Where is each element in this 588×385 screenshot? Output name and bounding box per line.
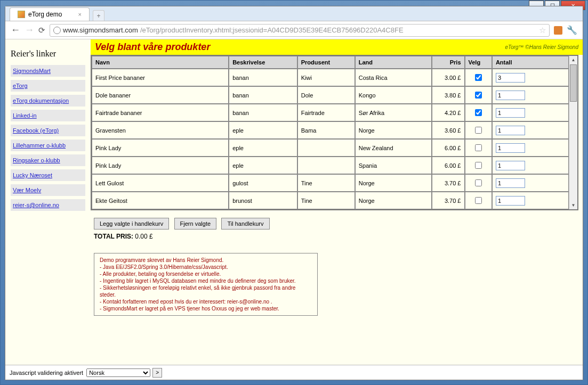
- sidebar-link[interactable]: Ringsaker o-klubb: [11, 154, 85, 166]
- table-wrap: Navn Beskrivelse Produsent Land Pris Vel…: [91, 55, 578, 210]
- info-line: - Java EE/JSF2.0/Spring 3.0/Hibernate/cs…: [100, 264, 312, 271]
- table-row: Fairtrade bananerbananFairtradeSør Afrik…: [92, 104, 569, 121]
- back-button[interactable]: ←: [11, 24, 20, 36]
- go-to-cart-button[interactable]: Til handlekurv: [221, 218, 269, 230]
- sidebar-link[interactable]: eTorg dokumentasjon: [11, 95, 85, 107]
- sidebar-title: Reier's linker: [11, 49, 85, 59]
- sidebar-link[interactable]: reier-s@online.no: [11, 199, 85, 211]
- quantity-input[interactable]: [496, 91, 525, 100]
- quantity-input[interactable]: [496, 143, 525, 153]
- sidebar-link[interactable]: Linked-in: [11, 110, 85, 121]
- settings-icon[interactable]: 🔧: [567, 25, 577, 35]
- globe-icon: [53, 27, 61, 34]
- remove-selected-button[interactable]: Fjern valgte: [174, 218, 216, 230]
- col-land[interactable]: Land: [355, 56, 432, 69]
- cell-prod: Kiwi: [297, 69, 355, 86]
- info-line: - SigmondsMart er lagret på en VPS tjene…: [100, 305, 312, 312]
- extension-icon[interactable]: [554, 26, 562, 35]
- info-box: Demo programvare skrevet av Hans Reier S…: [94, 253, 318, 316]
- select-checkbox[interactable]: [475, 127, 482, 134]
- col-prod[interactable]: Produsent: [297, 56, 355, 69]
- quantity-input[interactable]: [496, 73, 525, 83]
- select-checkbox[interactable]: [475, 179, 482, 186]
- cell-name: Ekte Geitost: [92, 192, 229, 209]
- language-select[interactable]: Norsk: [86, 368, 150, 377]
- add-to-cart-button[interactable]: Legg valgte i handlekurv: [94, 218, 169, 230]
- table-scrollbar[interactable]: ▲ ▼: [569, 56, 577, 209]
- cell-price: 6.00 £: [432, 157, 465, 174]
- quantity-input[interactable]: [496, 108, 525, 118]
- cell-desc: brunost: [229, 192, 297, 209]
- forward-button: →: [25, 24, 34, 36]
- cell-prod: Tine: [297, 192, 355, 209]
- browser-toolbar: ← → ⟳ www.sigmondsmart.com/eTorg/product…: [5, 21, 583, 39]
- quantity-input[interactable]: [496, 161, 525, 170]
- sidebar-link[interactable]: Lucky Næroset: [11, 169, 85, 181]
- table-row: First Price bananerbananKiwiCosta Rica3.…: [92, 69, 569, 86]
- info-line: - Ingenting blir lagret i MySQL database…: [100, 277, 312, 284]
- cell-name: Dole bananer: [92, 86, 229, 104]
- url-input[interactable]: www.sigmondsmart.com/eTorg/productInvent…: [50, 24, 550, 37]
- select-checkbox[interactable]: [475, 109, 482, 116]
- select-checkbox[interactable]: [475, 197, 482, 204]
- cell-price: 6.00 £: [432, 139, 465, 157]
- browser-tab[interactable]: eTorg demo ×: [10, 7, 90, 21]
- total-row: TOTAL PRIS: 0.00 £: [94, 233, 579, 240]
- new-tab-button[interactable]: +: [93, 10, 104, 21]
- cell-price: 3.00 £: [432, 69, 465, 86]
- page-content: Reier's linker SigmondsMarteTorgeTorg do…: [5, 39, 583, 380]
- select-checkbox[interactable]: [475, 162, 482, 169]
- table-row: Lett GulostgulostTineNorge3.70 £: [92, 174, 569, 192]
- cell-prod: Bama: [297, 121, 355, 139]
- cell-price: 4.20 £: [432, 104, 465, 121]
- cell-land: Spania: [355, 157, 432, 174]
- table-row: Ekte GeitostbrunostTineNorge3.70 £: [92, 192, 569, 209]
- action-bar: Legg valgte i handlekurv Fjern valgte Ti…: [94, 218, 583, 230]
- col-select[interactable]: Velg: [465, 56, 492, 69]
- tab-title: eTorg demo: [28, 11, 62, 18]
- sidebar-link[interactable]: SigmondsMart: [11, 65, 85, 77]
- quantity-input[interactable]: [496, 178, 525, 188]
- reload-button[interactable]: ⟳: [38, 26, 45, 35]
- cell-price: 3.70 £: [432, 192, 465, 209]
- credit-text: eTorg™ ©Hans Reier Sigmond: [505, 44, 578, 50]
- select-checkbox[interactable]: [475, 74, 482, 81]
- cell-desc: eple: [229, 157, 297, 174]
- col-desc[interactable]: Beskrivelse: [229, 56, 297, 69]
- products-table: Navn Beskrivelse Produsent Land Pris Vel…: [92, 56, 569, 209]
- sidebar-link[interactable]: Lillehammer o-klubb: [11, 140, 85, 151]
- sidebar-link[interactable]: eTorg: [11, 80, 85, 92]
- col-price[interactable]: Pris: [432, 56, 465, 69]
- cell-prod: [297, 139, 355, 157]
- cell-prod: Fairtrade: [297, 104, 355, 121]
- sidebar: Reier's linker SigmondsMarteTorgeTorg do…: [5, 39, 91, 380]
- sidebar-link[interactable]: Facebook (eTorg): [11, 125, 85, 136]
- select-checkbox[interactable]: [475, 92, 482, 99]
- cell-name: Gravensten: [92, 121, 229, 139]
- cell-name: Fairtrade bananer: [92, 104, 229, 121]
- table-row: Pink LadyepleSpania6.00 £: [92, 157, 569, 174]
- select-checkbox[interactable]: [475, 144, 482, 151]
- scroll-up-icon[interactable]: ▲: [569, 56, 577, 64]
- tab-close-icon[interactable]: ×: [78, 11, 82, 18]
- favicon-icon: [18, 11, 25, 18]
- language-go-button[interactable]: >: [152, 368, 162, 378]
- quantity-input[interactable]: [496, 196, 525, 206]
- table-row: GravenstenepleBamaNorge3.60 £: [92, 121, 569, 139]
- cell-desc: banan: [229, 104, 297, 121]
- bookmark-icon[interactable]: ☆: [539, 26, 546, 35]
- cell-price: 3.70 £: [432, 174, 465, 192]
- cell-land: Costa Rica: [355, 69, 432, 86]
- cell-land: Norge: [355, 121, 432, 139]
- cell-land: Norge: [355, 174, 432, 192]
- sidebar-link[interactable]: Vær Moelv: [11, 184, 85, 196]
- scroll-down-icon[interactable]: ▼: [569, 201, 577, 209]
- scroll-thumb[interactable]: [570, 64, 577, 102]
- table-row: Dole bananerbananDoleKongo3.80 £: [92, 86, 569, 104]
- heading-bar: Velg blant våre produkter eTorg™ ©Hans R…: [91, 39, 583, 55]
- col-qty[interactable]: Antall: [492, 56, 569, 69]
- quantity-input[interactable]: [496, 126, 525, 135]
- cell-name: First Price bananer: [92, 69, 229, 86]
- browser-window: eTorg demo × + ← → ⟳ www.sigmondsmart.co…: [5, 6, 583, 380]
- col-name[interactable]: Navn: [92, 56, 229, 69]
